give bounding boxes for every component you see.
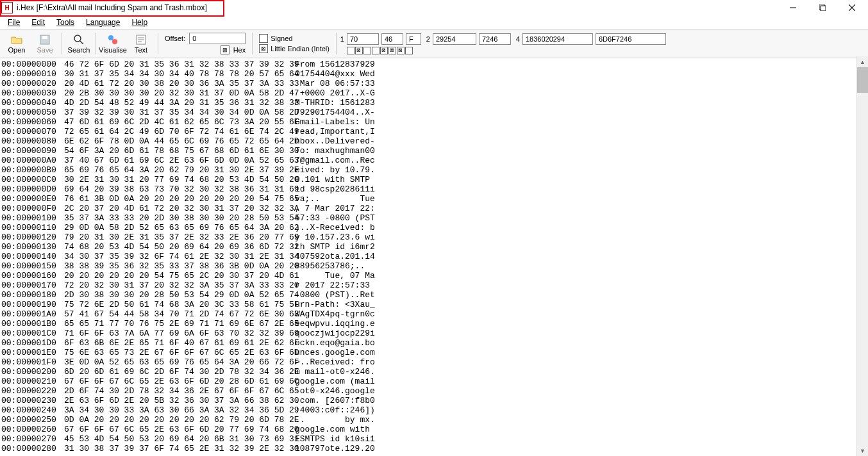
hex-bytes[interactable]: 35 37 3A 33 33 20 2D 30 38 30 30 20 28 5… bbox=[64, 213, 280, 223]
hex-row[interactable]: 00:0000000046 72 6F 6D 20 31 35 36 31 32… bbox=[1, 60, 868, 69]
hex-bytes[interactable]: 37 40 67 6D 61 69 6C 2E 63 6F 6D 0D 0A 5… bbox=[64, 156, 280, 165]
hex-ascii[interactable]: va;.. Tue bbox=[280, 194, 375, 204]
hex-ascii[interactable]: Tue, 07 Ma bbox=[280, 271, 375, 281]
hex-ascii[interactable]: 108797ote.129.20 bbox=[280, 444, 375, 453]
hex-row[interactable]: 00:0000009054 6F 3A 20 6D 61 78 68 75 67… bbox=[1, 146, 868, 156]
hex-ascii[interactable]: read,Important,I bbox=[280, 127, 375, 136]
int2-hex[interactable]: 7246 bbox=[479, 33, 511, 45]
hex-view[interactable]: 00:0000000046 72 6F 6D 20 31 35 36 31 32… bbox=[0, 58, 868, 456]
hex-bytes[interactable]: 65 69 76 65 64 3A 20 62 79 20 31 30 2E 3… bbox=[64, 165, 280, 175]
hex-row[interactable]: 00:000001A057 41 67 54 44 58 34 70 71 2D… bbox=[1, 309, 868, 319]
hex-row[interactable]: 00:000000B065 69 76 65 64 3A 20 62 79 20… bbox=[1, 165, 868, 175]
hex-ascii[interactable]: WAgTDX4pq-tgrn0c bbox=[280, 309, 375, 319]
hex-ascii[interactable]: :4003:c0f::246]) bbox=[280, 405, 375, 415]
bit3[interactable]: ⊠ bbox=[380, 47, 388, 54]
int4-hex[interactable]: 6D6F7246 bbox=[596, 33, 666, 45]
menu-edit[interactable]: Edit bbox=[26, 17, 50, 28]
visualise-button[interactable]: Visualise bbox=[99, 31, 127, 56]
hex-bytes[interactable]: 72 20 32 30 31 37 20 32 32 3A 35 37 3A 3… bbox=[64, 281, 280, 290]
close-button[interactable] bbox=[837, 0, 867, 15]
hex-bytes[interactable]: 6E 62 6F 78 0D 0A 44 65 6C 69 76 65 72 6… bbox=[64, 136, 280, 146]
hex-ascii[interactable]: >..Received: fro bbox=[280, 357, 375, 367]
hex-ascii[interactable]: th SMTP id i6mr2 bbox=[280, 242, 375, 252]
hex-row[interactable]: 00:0000003020 2B 30 30 30 30 20 32 30 31… bbox=[1, 88, 868, 98]
menu-language[interactable]: Language bbox=[81, 17, 125, 28]
hex-ascii[interactable]: google.com with bbox=[280, 425, 375, 434]
hex-bytes[interactable]: 38 38 39 35 36 32 35 33 37 38 36 3B 0D 0… bbox=[64, 261, 280, 271]
hex-ascii[interactable]: y 10.157.23.6 wi bbox=[280, 232, 375, 242]
hex-bytes[interactable]: 20 20 20 20 20 20 54 75 65 2C 20 30 37 2… bbox=[64, 271, 280, 281]
hex-row[interactable]: 00:0000021067 6F 6F 67 6C 65 2E 63 6F 6D… bbox=[1, 377, 868, 386]
hex-ascii[interactable]: To: maxhughman00 bbox=[280, 146, 375, 156]
hex-row[interactable]: 00:000001C071 6F 6F 63 7A 6A 77 69 6A 6F… bbox=[1, 329, 868, 338]
hex-row[interactable]: 00:0000012079 20 31 30 2E 31 35 37 2E 32… bbox=[1, 232, 868, 242]
hex-bytes[interactable]: 6F 63 6B 6E 2E 65 71 6F 40 67 61 69 61 2… bbox=[64, 338, 280, 348]
hex-ascii[interactable]: 01754404@xxx Wed bbox=[280, 69, 375, 79]
hex-bytes[interactable]: 75 72 6E 2D 50 61 74 68 3A 20 3C 33 58 6… bbox=[64, 300, 280, 309]
scroll-thumb[interactable] bbox=[857, 67, 868, 93]
hex-ascii[interactable]: qooczjwijocp229i bbox=[280, 329, 375, 338]
hex-bytes[interactable]: 45 53 4D 54 50 53 20 69 64 20 6B 31 30 7… bbox=[64, 434, 280, 444]
hex-ascii[interactable]: m mail-ot0-x246. bbox=[280, 367, 375, 377]
hex-row[interactable]: 00:0000013074 68 20 53 4D 54 50 20 69 64… bbox=[1, 242, 868, 252]
hex-bytes[interactable]: 54 6F 3A 20 6D 61 78 68 75 67 68 6D 61 6… bbox=[64, 146, 280, 156]
hex-row[interactable]: 00:000002403A 34 30 30 33 3A 63 30 66 3A… bbox=[1, 405, 868, 415]
hex-row[interactable]: 00:0000010035 37 3A 33 33 20 2D 30 38 30… bbox=[1, 213, 868, 223]
hex-bytes[interactable]: 20 4D 61 72 20 30 38 20 30 36 3A 35 37 3… bbox=[64, 79, 280, 88]
scroll-up-button[interactable]: ▲ bbox=[857, 56, 868, 67]
hex-ascii[interactable]: .com. [2607:f8b0 bbox=[280, 396, 375, 405]
hex-row[interactable]: 00:000001F03E 0D 0A 52 65 63 65 69 76 65… bbox=[1, 357, 868, 367]
hex-ascii[interactable]: google.com (mail bbox=[280, 377, 375, 386]
hex-bytes[interactable]: 71 6F 6F 63 7A 6A 77 69 6A 6F 63 70 32 3… bbox=[64, 329, 280, 338]
hex-row[interactable]: 00:000000E076 61 3B 0D 0A 20 20 20 20 20… bbox=[1, 194, 868, 204]
hex-bytes[interactable]: 3E 0D 0A 52 65 63 65 69 76 65 64 3A 20 6… bbox=[64, 357, 280, 367]
hex-ascii[interactable]: Gmail-Labels: Un bbox=[280, 117, 375, 127]
hex-bytes[interactable]: 34 30 37 35 39 32 6F 74 61 2E 32 30 31 2… bbox=[64, 252, 280, 261]
hex-bytes[interactable]: 31 30 38 37 39 37 6F 74 65 2E 31 32 39 2… bbox=[64, 444, 280, 453]
hex-ascii[interactable]: M-THRID: 1561283 bbox=[280, 98, 375, 108]
hex-bytes[interactable]: 75 6E 63 65 73 2E 67 6F 6F 67 6C 65 2E 6… bbox=[64, 348, 280, 357]
bit7[interactable] bbox=[347, 47, 355, 54]
hex-bytes[interactable]: 72 65 61 64 2C 49 6D 70 6F 72 74 61 6E 7… bbox=[64, 127, 280, 136]
int1-char[interactable]: F bbox=[406, 33, 421, 45]
hex-bytes[interactable]: 67 6F 6F 67 6C 65 2E 63 6F 6D 20 77 69 7… bbox=[64, 425, 280, 434]
signed-checkbox[interactable] bbox=[259, 34, 268, 43]
hex-bytes[interactable]: 57 41 67 54 44 58 34 70 71 2D 74 67 72 6… bbox=[64, 309, 280, 319]
hex-row[interactable]: 00:0000002020 4D 61 72 20 30 38 20 30 36… bbox=[1, 79, 868, 88]
hex-ascii[interactable]: Mar 08 06:57:33 bbox=[280, 79, 375, 88]
hex-ascii[interactable]: , 7 Mar 2017 22: bbox=[280, 204, 375, 213]
hex-ascii[interactable]: 88956253786;.. bbox=[280, 261, 375, 271]
hex-ascii[interactable]: 407592ota.201.14 bbox=[280, 252, 375, 261]
hex-ascii[interactable]: eeqwpvu.iqqing.e bbox=[280, 319, 375, 329]
hex-bytes[interactable]: 76 61 3B 0D 0A 20 20 20 20 20 20 20 20 5… bbox=[64, 194, 280, 204]
hex-bytes[interactable]: 29 0D 0A 58 2D 52 65 63 65 69 76 65 64 3… bbox=[64, 223, 280, 232]
hex-row[interactable]: 00:0000017072 20 32 30 31 37 20 32 32 3A… bbox=[1, 281, 868, 290]
hex-row[interactable]: 00:000000404D 2D 54 48 52 49 44 3A 20 31… bbox=[1, 98, 868, 108]
bit1[interactable]: ⊠ bbox=[397, 47, 405, 54]
bit2[interactable]: ⊠ bbox=[388, 47, 396, 54]
hex-bytes[interactable]: 3A 34 30 30 33 3A 63 30 66 3A 3A 32 34 3… bbox=[64, 405, 280, 415]
hex-row[interactable]: 00:0000007072 65 61 64 2C 49 6D 70 6F 72… bbox=[1, 127, 868, 136]
int1-hex[interactable]: 46 bbox=[381, 33, 403, 45]
hex-bytes[interactable]: 37 39 32 39 30 31 37 35 34 34 30 34 0D 0… bbox=[64, 108, 280, 117]
hex-row[interactable]: 00:0000028031 30 38 37 39 37 6F 74 65 2E… bbox=[1, 444, 868, 453]
hex-row[interactable]: 00:000001802D 30 38 30 30 20 28 50 53 54… bbox=[1, 290, 868, 300]
hex-bytes[interactable]: 79 20 31 30 2E 31 35 37 2E 32 33 2E 36 2… bbox=[64, 232, 280, 242]
hex-ascii[interactable]: r 2017 22:57:33 bbox=[280, 281, 375, 290]
bit4[interactable] bbox=[372, 47, 380, 54]
hex-row[interactable]: 00:000001D06F 63 6B 6E 2E 65 71 6F 40 67… bbox=[1, 338, 868, 348]
hex-checkbox[interactable]: ⊠ bbox=[221, 45, 230, 54]
hex-row[interactable]: 00:0000005037 39 32 39 30 31 37 35 34 34… bbox=[1, 108, 868, 117]
hex-row[interactable]: 00:000000C030 2E 31 30 31 20 77 69 74 68… bbox=[1, 175, 868, 184]
bit0[interactable] bbox=[405, 47, 413, 54]
hex-bytes[interactable]: 65 65 71 77 70 76 75 2E 69 71 71 69 6E 6… bbox=[64, 319, 280, 329]
hex-row[interactable]: 00:0000015038 38 39 35 36 32 35 33 37 38… bbox=[1, 261, 868, 271]
hex-row[interactable]: 00:000002500D 0A 20 20 20 20 20 20 20 20… bbox=[1, 415, 868, 425]
text-button[interactable]: Text bbox=[127, 31, 155, 56]
hex-row[interactable]: 00:0000026067 6F 6F 67 6C 65 2E 63 6F 6D… bbox=[1, 425, 868, 434]
hex-bytes[interactable]: 47 6D 61 69 6C 2D 4C 61 62 65 6C 73 3A 2… bbox=[64, 117, 280, 127]
hex-ascii[interactable]: )..X-Received: b bbox=[280, 223, 375, 232]
hex-ascii[interactable]: 792901754404..X- bbox=[280, 108, 375, 117]
offset-input[interactable] bbox=[189, 33, 246, 44]
hex-row[interactable]: 00:000000D069 64 20 39 38 63 73 70 32 30… bbox=[1, 184, 868, 194]
